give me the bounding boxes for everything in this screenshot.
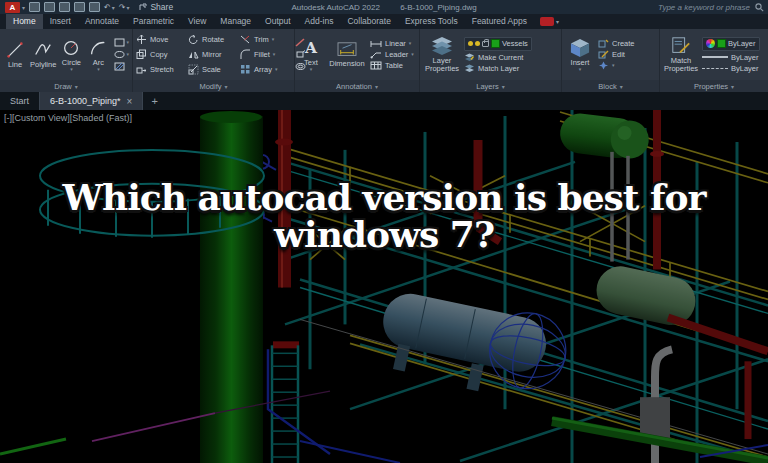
layer-on-icon[interactable] [468, 41, 473, 46]
text-tool[interactable]: A Text ▾ [298, 38, 324, 71]
annotation-expand-icon[interactable]: ▾ [375, 83, 378, 90]
array-tool[interactable]: Array ▾ [240, 62, 292, 77]
autocad-logo-button[interactable]: A [5, 2, 20, 13]
save-icon[interactable] [59, 2, 70, 12]
tab-output[interactable]: Output [258, 14, 298, 29]
panel-label-modify[interactable]: Modify ▾ [133, 80, 294, 92]
ellipse-tool[interactable]: ▾ [114, 50, 130, 59]
red-ribbon-caret-icon[interactable]: ▾ [556, 18, 559, 25]
block-attributes-tool[interactable]: ▾ [598, 61, 635, 70]
layer-color-swatch[interactable] [491, 39, 500, 48]
save-as-icon[interactable] [74, 2, 85, 12]
leader-tool[interactable]: Leader ▾ [370, 50, 414, 59]
new-drawing-button[interactable]: + [143, 92, 165, 110]
match-layer-tool[interactable]: Match Layer [464, 64, 532, 73]
scale-tool[interactable]: Scale [188, 62, 240, 77]
fillet-tool[interactable]: Fillet ▾ [240, 47, 292, 62]
panel-label-properties[interactable]: Properties ▾ [660, 80, 768, 92]
tab-drawing[interactable]: 6-B-1000_Piping* × [39, 92, 143, 110]
arc-caret-icon[interactable]: ▾ [97, 68, 100, 71]
stretch-tool[interactable]: Stretch [136, 62, 188, 77]
insert-block-tool[interactable]: Insert ▾ [565, 38, 595, 71]
view-control[interactable]: [Custom View] [12, 113, 70, 123]
tab-annotate[interactable]: Annotate [78, 14, 126, 29]
mirror-tool[interactable]: Mirror [188, 47, 240, 62]
trim-caret-icon[interactable]: ▾ [272, 38, 275, 41]
layer-dropdown[interactable]: Vessels [464, 37, 532, 51]
redo-button[interactable]: ↷ [119, 3, 125, 12]
tab-addins[interactable]: Add-ins [298, 14, 341, 29]
search-icon[interactable] [755, 3, 764, 12]
app-menu-caret-icon[interactable]: ▾ [22, 4, 25, 11]
tab-view[interactable]: View [181, 14, 213, 29]
visual-style-control[interactable]: [Shaded (Fast)] [70, 113, 132, 123]
edit-block-icon [598, 50, 609, 59]
close-drawing-icon[interactable]: × [127, 96, 133, 107]
rectangle-tool[interactable]: ▾ [114, 38, 130, 47]
panel-label-layers[interactable]: Layers ▾ [420, 80, 561, 92]
make-current-tool[interactable]: Make Current [464, 53, 532, 62]
rotate-icon [188, 34, 199, 45]
table-tool[interactable]: Table [370, 61, 414, 70]
leader-caret-icon[interactable]: ▾ [411, 53, 414, 56]
draw-expand-icon[interactable]: ▾ [75, 83, 78, 90]
red-ribbon-icon[interactable] [540, 17, 554, 26]
tab-insert[interactable]: Insert [43, 14, 78, 29]
document-title: 6-B-1000_Piping.dwg [400, 3, 477, 12]
redo-caret-icon[interactable]: ▾ [126, 4, 129, 11]
lineweight-dropdown[interactable]: ByLayer [702, 53, 760, 62]
trim-tool[interactable]: Trim ▾ [240, 32, 292, 47]
modify-expand-icon[interactable]: ▾ [225, 83, 228, 90]
share-button[interactable]: Share [139, 2, 173, 12]
tab-manage[interactable]: Manage [213, 14, 258, 29]
linetype-dropdown[interactable]: ByLayer [702, 64, 760, 73]
panel-label-block[interactable]: Block ▾ [562, 80, 659, 92]
layer-properties-tool[interactable]: Layer Properties [423, 36, 461, 73]
block-expand-icon[interactable]: ▾ [620, 83, 623, 90]
search-input[interactable]: Type a keyword or phrase [658, 3, 750, 12]
circle-caret-icon[interactable]: ▾ [70, 68, 73, 71]
match-properties-tool[interactable]: Match Properties [663, 36, 699, 73]
open-folder-icon[interactable] [44, 2, 55, 12]
dimension-tool[interactable]: Dimension [327, 41, 367, 68]
table-icon [370, 61, 382, 70]
drawing-viewport[interactable]: [-] [Custom View] [Shaded (Fast)] Which … [0, 110, 768, 463]
undo-caret-icon[interactable]: ▾ [112, 4, 115, 11]
viewport-menu-control[interactable]: [-] [4, 113, 12, 123]
tab-start[interactable]: Start [0, 92, 39, 110]
panel-label-draw[interactable]: Draw ▾ [0, 80, 132, 92]
search-box[interactable]: Type a keyword or phrase [658, 0, 764, 14]
copy-tool[interactable]: Copy [136, 47, 188, 62]
circle-tool[interactable]: Circle ▾ [59, 38, 83, 71]
tab-parametric[interactable]: Parametric [126, 14, 181, 29]
arc-tool[interactable]: Arc ▾ [86, 38, 110, 71]
tab-collaborate[interactable]: Collaborate [340, 14, 397, 29]
fillet-caret-icon[interactable]: ▾ [273, 53, 276, 56]
layers-expand-icon[interactable]: ▾ [502, 83, 505, 90]
new-file-icon[interactable] [29, 2, 40, 12]
object-color-dropdown[interactable]: ByLayer [702, 37, 760, 51]
polyline-tool[interactable]: Polyline [30, 40, 56, 69]
linear-caret-icon[interactable]: ▾ [409, 42, 412, 45]
text-caret-icon[interactable]: ▾ [310, 68, 313, 71]
attributes-caret-icon[interactable]: ▾ [612, 64, 615, 67]
hatch-tool[interactable] [114, 62, 130, 71]
title-bar: A ▾ ↶ ▾ ↷ ▾ Share Autodesk AutoCAD 2022 … [0, 0, 768, 14]
line-tool[interactable]: Line [3, 40, 27, 69]
undo-button[interactable]: ↶ [104, 3, 110, 12]
layer-lock-icon[interactable] [482, 41, 489, 47]
insert-caret-icon[interactable]: ▾ [579, 68, 582, 71]
tab-express-tools[interactable]: Express Tools [398, 14, 465, 29]
properties-expand-icon[interactable]: ▾ [731, 83, 734, 90]
move-tool[interactable]: Move [136, 32, 188, 47]
array-caret-icon[interactable]: ▾ [275, 68, 278, 71]
edit-block-tool[interactable]: Edit [598, 50, 635, 59]
plot-icon[interactable] [89, 2, 100, 12]
rotate-tool[interactable]: Rotate [188, 32, 240, 47]
tab-featured-apps[interactable]: Featured Apps [465, 14, 534, 29]
tab-home[interactable]: Home [6, 14, 43, 29]
linear-dimension-tool[interactable]: Linear ▾ [370, 39, 414, 48]
panel-label-annotation[interactable]: Annotation ▾ [295, 80, 419, 92]
layer-thaw-icon[interactable] [475, 41, 480, 46]
create-block-tool[interactable]: Create [598, 39, 635, 48]
